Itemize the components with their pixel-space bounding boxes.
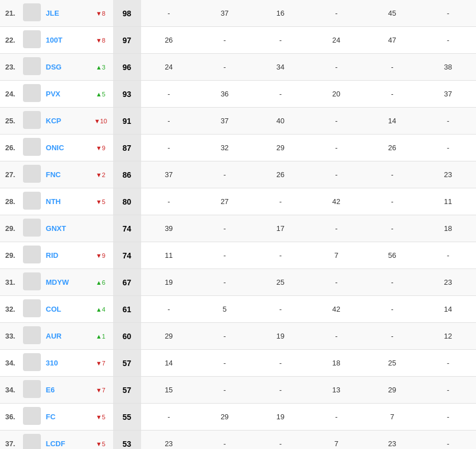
data-col-1: 37 (141, 161, 197, 188)
data-col-6: 18 (420, 215, 476, 242)
team-logo-img (23, 219, 41, 237)
data-col-6: 37 (420, 81, 476, 108)
data-col-6: - (420, 377, 476, 404)
team-name-cell: LCDF (45, 431, 88, 450)
delta-cell: 1 (88, 323, 113, 350)
data-col-5: 25 (364, 350, 420, 377)
data-col-3: 34 (253, 54, 309, 81)
score-cell: 57 (113, 377, 141, 404)
data-col-4: - (309, 323, 365, 350)
team-name[interactable]: MDYW (46, 278, 69, 286)
delta-down-icon: 8 (96, 37, 105, 44)
delta-cell: 5 (88, 188, 113, 215)
delta-up-icon: 1 (96, 333, 105, 340)
team-name-cell: JLE (45, 0, 88, 27)
score-cell: 86 (113, 161, 141, 188)
team-name[interactable]: JLE (46, 9, 59, 17)
data-col-2: - (197, 269, 253, 296)
data-col-2: - (197, 377, 253, 404)
score-cell: 55 (113, 404, 141, 431)
data-col-4: 42 (309, 188, 365, 215)
team-logo (18, 350, 45, 377)
delta-cell: 3 (88, 54, 113, 81)
data-col-5: 45 (364, 0, 420, 27)
team-name[interactable]: KCP (46, 117, 61, 125)
delta-cell: 2 (88, 161, 113, 188)
team-name[interactable]: RID (46, 251, 58, 260)
team-logo-img (23, 57, 41, 75)
data-col-6: 38 (420, 54, 476, 81)
team-name[interactable]: E6 (46, 386, 55, 394)
delta-up-icon: 6 (96, 279, 105, 286)
team-name[interactable]: 100T (46, 36, 63, 44)
data-col-5: 23 (364, 431, 420, 450)
team-name[interactable]: FNC (46, 170, 61, 179)
data-col-1: 11 (141, 242, 197, 269)
team-logo-img (23, 165, 41, 183)
data-col-1: 24 (141, 54, 197, 81)
team-name[interactable]: FC (46, 413, 55, 421)
team-name[interactable]: LCDF (46, 439, 66, 448)
score-cell: 91 (113, 108, 141, 135)
data-col-6: 14 (420, 296, 476, 323)
delta-down-icon: 7 (96, 360, 105, 367)
data-col-4: - (309, 215, 365, 242)
rank-cell: 25. (0, 108, 18, 135)
team-name-cell: AUR (45, 323, 88, 350)
delta-cell: 10 (88, 108, 113, 135)
team-logo-img (23, 326, 41, 344)
delta-cell: 8 (88, 27, 113, 54)
score-cell: 98 (113, 0, 141, 27)
rank-cell: 23. (0, 54, 18, 81)
rank-cell: 22. (0, 27, 18, 54)
team-name[interactable]: 310 (46, 359, 58, 367)
team-name-cell: MDYW (45, 269, 88, 296)
data-col-4: 7 (309, 431, 365, 450)
data-col-6: - (420, 108, 476, 135)
team-name-cell: FNC (45, 161, 88, 188)
team-logo (18, 27, 45, 54)
team-logo-img (23, 30, 41, 48)
team-name[interactable]: PVX (46, 90, 60, 98)
delta-down-icon: 2 (96, 172, 105, 178)
data-col-4: 20 (309, 81, 365, 108)
data-col-1: 14 (141, 350, 197, 377)
data-col-4: 42 (309, 296, 365, 323)
rankings-table: 21.JLE898-3716-45-22.100T89726--2447-23.… (0, 0, 476, 449)
data-col-2: 27 (197, 188, 253, 215)
team-logo-img (23, 84, 41, 102)
data-col-6: 12 (420, 323, 476, 350)
team-logo (18, 296, 45, 323)
team-name[interactable]: DSG (46, 63, 62, 71)
data-col-2: - (197, 215, 253, 242)
data-col-4: 18 (309, 350, 365, 377)
rank-cell: 37. (0, 431, 18, 450)
delta-cell: 4 (88, 296, 113, 323)
team-name[interactable]: GNXT (46, 224, 66, 233)
data-col-2: - (197, 161, 253, 188)
team-name-cell: COL (45, 296, 88, 323)
team-name[interactable]: AUR (46, 332, 62, 340)
data-col-3: - (253, 188, 309, 215)
data-col-5: 29 (364, 377, 420, 404)
data-col-3: 16 (253, 0, 309, 27)
data-col-4: 24 (309, 27, 365, 54)
data-col-3: - (253, 377, 309, 404)
data-col-5: - (364, 323, 420, 350)
team-logo (18, 215, 45, 242)
delta-down-icon: 9 (96, 145, 105, 151)
data-col-5: - (364, 81, 420, 108)
data-col-6: 11 (420, 188, 476, 215)
data-col-5: - (364, 161, 420, 188)
team-name[interactable]: COL (46, 305, 61, 313)
rank-cell: 31. (0, 269, 18, 296)
team-logo (18, 161, 45, 188)
team-name[interactable]: NTH (46, 197, 61, 206)
data-col-1: - (141, 296, 197, 323)
score-cell: 67 (113, 269, 141, 296)
team-logo-img (23, 246, 41, 263)
delta-down-icon: 5 (96, 198, 105, 205)
team-name[interactable]: ONIC (46, 144, 64, 152)
data-col-2: 37 (197, 0, 253, 27)
team-logo (18, 242, 45, 269)
